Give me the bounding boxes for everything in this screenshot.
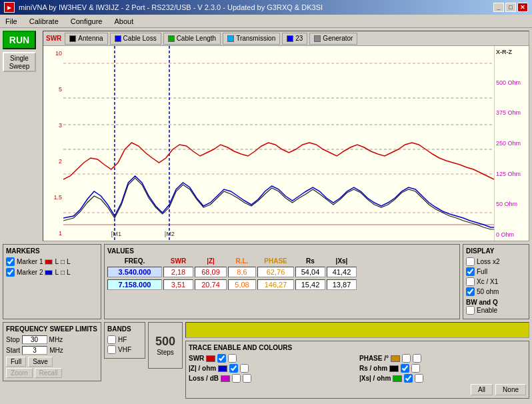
z-trace-checkbox2[interactable] [240,364,249,373]
title-bar: ▶ miniVNA by IW3HEV & IW3IJZ - 2 Port - … [0,0,532,15]
trace-loss-label: Loss / dB [189,375,219,382]
freq-buttons: Full Save [6,357,98,367]
menu-calibrate[interactable]: Calibrate [27,17,61,26]
trace-xs-label: |Xs| / ohm [359,375,391,382]
y-label-10: 10 [55,50,62,57]
row1-rl[interactable] [228,267,256,277]
trace-z: |Z| / ohm [189,364,355,373]
zoom-button[interactable]: Zoom [6,368,33,378]
freq-start-row: Start MHz [6,346,98,355]
50ohm-checkbox[interactable] [466,287,475,296]
row1-z[interactable] [195,267,227,277]
tab-generator-label: Generator [323,35,353,42]
tab-cable-loss-label: Cable Loss [123,35,157,42]
top-section: RUN SingleSweep SWR Antenna Cable Loss [3,31,529,241]
vhf-checkbox[interactable] [107,345,116,354]
tab-23[interactable]: 23 [282,33,307,45]
tab-transmission[interactable]: Transmission [223,33,280,45]
all-button[interactable]: All [471,384,493,395]
loss-trace-checkbox2[interactable] [243,374,251,383]
row2-xs[interactable] [327,279,357,290]
menu-about[interactable]: About [111,17,136,26]
row1-freq[interactable] [107,267,162,277]
save-button[interactable]: Save [28,357,53,367]
band-vhf: VHF [107,345,142,354]
freq-buttons2: Zoom Recall [6,368,98,378]
start-mhz: MHz [49,347,63,354]
xc-x1-checkbox[interactable] [466,277,475,286]
loss-trace-checkbox[interactable] [232,374,241,383]
tab-cable-loss[interactable]: Cable Loss [110,33,161,45]
single-sweep-button[interactable]: SingleSweep [3,52,36,72]
loss-color-swatch [221,375,230,382]
row1-swr[interactable] [163,267,193,277]
enable-label: Enable [477,307,497,314]
display-box: DISPLAY Loss x2 Full Xc / X1 50 ohm BW a… [463,244,529,319]
minimize-button[interactable]: _ [493,3,504,12]
row2-freq[interactable] [107,279,162,290]
hf-checkbox[interactable] [107,335,116,344]
bands-box: BANDS HF VHF [104,322,145,359]
row2-z[interactable] [195,279,227,290]
maximize-button[interactable]: □ [505,3,516,12]
chart-tabs: SWR Antenna Cable Loss Cable Length Tran… [43,31,529,46]
phase-trace-checkbox[interactable] [402,354,411,363]
row1-rs[interactable] [295,267,325,277]
tab-antenna[interactable]: Antenna [65,33,107,45]
phase-color-swatch [391,355,400,362]
xs-trace-checkbox[interactable] [404,374,413,383]
full-button[interactable]: Full [6,357,26,367]
xc-x1-label: Xc / X1 [477,278,498,285]
display-enable: Enable [466,306,526,315]
tab-cable-length-label: Cable Length [177,35,217,42]
chart-area: 10 5 3 2 1.5 1 [43,46,529,241]
trace-loss: Loss / dB [189,374,355,383]
close-button[interactable]: ✕ [517,3,528,12]
marker2-row: Marker 2 L □ L [6,268,98,277]
none-button[interactable]: None [495,384,526,395]
full-label: Full [477,268,487,275]
y-label-15: 1.5 [53,194,62,201]
menu-configure[interactable]: Configure [68,17,105,26]
run-button[interactable]: RUN [3,31,36,49]
row1-phase[interactable] [257,267,294,277]
start-input[interactable] [22,346,47,355]
stop-input[interactable] [22,335,47,344]
steps-value: 500 [155,335,175,349]
row2-rs[interactable] [295,279,325,290]
full-checkbox[interactable] [466,267,475,276]
marker2-checkbox[interactable] [6,268,15,277]
recall-button[interactable]: Recall [35,368,63,378]
swr-trace-checkbox2[interactable] [228,354,237,363]
display-50ohm: 50 ohm [466,287,526,296]
swr-tab-label: SWR [46,35,61,42]
trace-phase-label: PHASE /° [359,355,389,362]
tab-generator[interactable]: Generator [309,33,357,45]
loss-x2-checkbox[interactable] [466,257,475,266]
y-axis-swr: 10 5 3 2 1.5 1 [43,46,63,241]
menu-file[interactable]: File [3,17,20,26]
z-trace-checkbox[interactable] [229,364,238,373]
marker1-l1: L [55,258,59,265]
tab-transmission-label: Transmission [236,35,275,42]
freq-stop-row: Stop MHz [6,335,98,344]
enable-checkbox[interactable] [466,306,475,315]
trace-enable-box: TRACE ENABLE AND COLOURS SWR PHASE /° [185,341,529,399]
phase-trace-checkbox2[interactable] [413,354,421,363]
tab-cable-length[interactable]: Cable Length [163,33,221,45]
row2-swr[interactable] [163,279,193,290]
rs-trace-checkbox[interactable] [401,364,409,373]
rs-trace-checkbox2[interactable] [411,364,420,373]
svg-text:[M1: [M1 [111,231,121,237]
row1-xs[interactable] [327,267,357,277]
row2-phase[interactable] [257,279,294,290]
row2-rl[interactable] [228,279,256,290]
swr-trace-checkbox[interactable] [217,354,226,363]
xs-trace-checkbox2[interactable] [415,374,423,383]
display-loss-x2: Loss x2 [466,257,526,266]
marker2-l3: L [67,269,71,276]
svg-rect-0 [63,46,494,241]
marker1-checkbox[interactable] [6,257,15,266]
freq-sweep-box: FREQUENCY SWEEP LIMITS Stop MHz Start MH… [3,322,101,381]
loss-x2-label: Loss x2 [477,258,499,265]
